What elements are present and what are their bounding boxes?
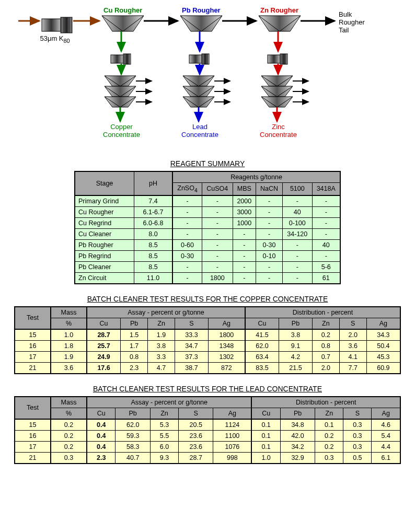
feed-label: 53μm K80	[31, 34, 78, 44]
zn-cleaner-stack-icon	[261, 76, 308, 107]
results-dist-value: 0.2	[315, 430, 343, 441]
results-header-col: Cu	[245, 318, 279, 329]
results-mass: 0.2	[51, 430, 87, 441]
svg-rect-9	[111, 55, 123, 63]
results-assay-value: 25.7	[87, 340, 121, 351]
pb-rougher-label: Pb Rougher	[182, 6, 221, 14]
results-dist-value: 32.9	[280, 452, 315, 464]
reagent-value: -	[256, 228, 282, 239]
results-header-col: Pb	[121, 318, 148, 329]
results-row: 161.825.71.73.834.7134862.09.10.83.650.4	[15, 340, 400, 351]
results-header-col: Zn	[150, 408, 178, 419]
results-dist-value: 0.1	[251, 441, 280, 452]
results-assay-value: 2.3	[121, 362, 148, 374]
results-mass: 1.9	[51, 351, 87, 362]
results-assay-value: 3.3	[148, 351, 175, 362]
results-test: 21	[15, 452, 51, 464]
results-dist-value: 0.1	[251, 430, 280, 441]
reagent-value: -	[233, 261, 256, 272]
reagent-row: Pb Regrind8.50-30--0-10--	[75, 250, 340, 261]
zn-conc-label: ZincConcentrate	[256, 123, 301, 138]
results-mass: 0.2	[51, 419, 87, 431]
pb-rougher-cell-icon	[180, 16, 222, 31]
svg-rect-21	[268, 55, 280, 63]
reagent-ph: 8.5	[134, 261, 173, 272]
reagent-value: -	[256, 195, 282, 207]
results-header-col: Zn	[315, 408, 343, 419]
results-assay-value: 0.8	[121, 351, 148, 362]
reagent-value: -	[233, 228, 256, 239]
results-assay-value: 28.7	[178, 452, 213, 464]
results-assay-value: 4.7	[148, 362, 175, 374]
results-mass: 3.6	[51, 362, 87, 374]
results-dist-value: 9.1	[279, 340, 313, 351]
reagent-value: -	[172, 195, 202, 207]
results-assay-value: 40.7	[116, 452, 150, 464]
results-dist-value: 34.3	[366, 329, 400, 341]
reagent-value: -	[312, 195, 340, 207]
results-header-col: S	[343, 408, 372, 419]
reagent-value: 40	[312, 239, 340, 250]
reagent-stage: Cu Rougher	[75, 206, 134, 217]
results-test: 15	[15, 329, 51, 341]
results-header-col: Ag	[208, 318, 245, 329]
results-header-col: Cu	[87, 318, 121, 329]
reagent-table: Stage pH Reagents g/tonne ZnSO4 CuSO4 MB…	[74, 171, 341, 284]
results-mass: 0.3	[51, 452, 87, 464]
reagent-value: 61	[312, 272, 340, 284]
results-assay-value: 23.6	[178, 430, 213, 441]
reagent-value: 1000	[233, 217, 256, 228]
cu-regrind-mill-icon	[111, 54, 131, 64]
results-dist-value: 21.5	[279, 362, 313, 374]
results-test: 17	[15, 441, 51, 452]
reagent-stage: Cu Regrind	[75, 217, 134, 228]
results-dist-value: 0.1	[251, 419, 280, 431]
results-assay-value: 1124	[213, 419, 252, 431]
reagent-row: Cu Cleaner8.0----34-120-	[75, 228, 340, 239]
results-header-col: Zn	[312, 318, 339, 329]
reagent-value: -	[312, 250, 340, 261]
reagent-value: -	[283, 261, 312, 272]
results-dist-value: 0.5	[343, 452, 372, 464]
results-dist-value: 42.0	[280, 430, 315, 441]
results-dist-value: 2.0	[339, 329, 366, 341]
reagent-stage: Pb Cleaner	[75, 261, 134, 272]
flowsheet-diagram: 53μm K80 Cu Rougher Pb Rougher Zn Roughe…	[10, 5, 405, 146]
reagent-ph: 7.4	[134, 195, 173, 207]
reagent-value: -	[312, 206, 340, 217]
results-assay-value: 33.3	[175, 329, 209, 341]
reagent-row: Pb Cleaner8.5-----5-6	[75, 261, 340, 272]
reagent-ph: 6.0-6.8	[134, 217, 173, 228]
reagent-value: -	[202, 206, 233, 217]
reagent-col-znso4: ZnSO4	[172, 183, 202, 195]
reagent-col-mbs: MBS	[233, 183, 256, 195]
results-assay-value: 1076	[213, 441, 252, 452]
reagent-value: 0-30	[256, 239, 282, 250]
results-header-mass-unit: %	[51, 408, 87, 419]
lead-results-title: BATCH CLEANER TEST RESULTS FOR THE LEAD …	[10, 385, 405, 393]
copper-results-title: BATCH CLEANER TEST RESULTS FOR THE COPPE…	[10, 295, 405, 303]
reagent-value: 0-30	[172, 250, 202, 261]
reagent-value: -	[172, 261, 202, 272]
reagent-value: -	[202, 261, 233, 272]
reagent-value: -	[202, 217, 233, 228]
results-header-col: Pb	[280, 408, 315, 419]
pb-regrind-mill-icon	[189, 54, 209, 64]
reagent-value: -	[256, 217, 282, 228]
reagent-ph: 11.0	[134, 272, 173, 284]
reagent-value: 1800	[202, 272, 233, 284]
results-dist-value: 62.0	[245, 340, 279, 351]
reagent-value: -	[283, 272, 312, 284]
reagent-value: -	[202, 228, 233, 239]
results-header-col: Cu	[87, 408, 116, 419]
results-header-col: Cu	[251, 408, 280, 419]
reagent-value: 3000	[233, 206, 256, 217]
reagent-summary-title: REAGENT SUMMARY	[10, 159, 405, 168]
reagent-header-reagents: Reagents g/tonne	[172, 171, 340, 183]
results-mass: 1.0	[51, 329, 87, 341]
results-assay-value: 0.4	[87, 441, 116, 452]
results-assay-value: 1800	[208, 329, 245, 341]
reagent-value: -	[256, 261, 282, 272]
results-dist-value: 63.4	[245, 351, 279, 362]
results-dist-value: 4.2	[279, 351, 313, 362]
